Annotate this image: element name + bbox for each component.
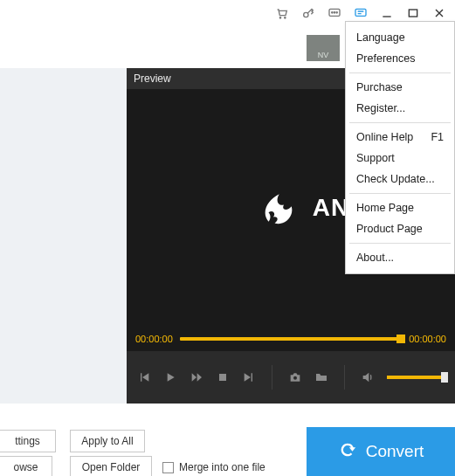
menu-item-home-page[interactable]: Home Page: [346, 197, 454, 218]
menu-item-register[interactable]: Register...: [346, 98, 454, 119]
menu-item-preferences[interactable]: Preferences: [346, 48, 454, 69]
svg-point-5: [334, 12, 334, 13]
svg-point-2: [304, 12, 308, 17]
menu-item-product-page[interactable]: Product Page: [346, 218, 454, 239]
duration: 00:00:00: [409, 334, 446, 344]
current-time: 00:00:00: [135, 334, 173, 344]
convert-button[interactable]: Convert: [307, 427, 455, 476]
svg-point-4: [332, 12, 333, 13]
message-icon[interactable]: [327, 6, 341, 20]
svg-point-10: [293, 376, 297, 380]
browse-button[interactable]: owse: [0, 456, 52, 476]
next-icon[interactable]: [242, 369, 256, 385]
divider: [272, 365, 272, 390]
menu-item-purchase[interactable]: Purchase: [346, 77, 454, 98]
menu-separator: [349, 72, 451, 73]
flame-icon: [253, 183, 302, 232]
file-list-panel: [0, 68, 127, 404]
svg-point-0: [279, 17, 280, 18]
svg-rect-8: [409, 10, 417, 17]
menu-item-about[interactable]: About...: [346, 247, 454, 268]
menu-item-online-help[interactable]: Online HelpF1: [346, 127, 454, 148]
menu-separator: [349, 122, 451, 123]
menu-item-language[interactable]: Language: [346, 27, 454, 48]
svg-point-6: [336, 12, 337, 13]
settings-button[interactable]: ttings: [0, 430, 56, 452]
menu-separator: [349, 193, 451, 194]
prev-icon[interactable]: [137, 369, 151, 385]
bottom-area: ttings Apply to All owse Open Folder Mer…: [0, 414, 455, 476]
merge-checkbox[interactable]: [162, 462, 174, 473]
apply-to-all-button[interactable]: Apply to All: [70, 430, 145, 452]
time-row: 00:00:00 00:00:00: [127, 327, 455, 351]
convert-icon: [338, 440, 357, 464]
volume-icon[interactable]: [361, 369, 375, 385]
folder-icon[interactable]: [314, 369, 328, 385]
nvidia-badge: NV: [307, 35, 340, 61]
play-icon[interactable]: [163, 369, 177, 385]
main-menu: Language Preferences Purchase Register..…: [345, 21, 455, 274]
merge-label[interactable]: Merge into one file: [179, 461, 265, 473]
control-bar: [127, 351, 455, 404]
convert-label: Convert: [366, 442, 424, 461]
cart-icon[interactable]: [275, 6, 289, 20]
stop-icon[interactable]: [216, 369, 230, 385]
menu-dropdown-icon[interactable]: [354, 6, 368, 20]
menu-separator: [349, 243, 451, 244]
svg-point-1: [285, 17, 286, 18]
close-icon[interactable]: [432, 6, 446, 20]
seek-slider[interactable]: [180, 337, 402, 341]
menu-item-support[interactable]: Support: [346, 148, 454, 169]
divider: [344, 365, 345, 390]
snapshot-icon[interactable]: [288, 369, 302, 385]
svg-rect-9: [219, 374, 226, 381]
minimize-icon[interactable]: [380, 6, 394, 20]
fast-forward-icon[interactable]: [190, 369, 203, 385]
svg-rect-7: [355, 9, 366, 16]
open-folder-button[interactable]: Open Folder: [70, 456, 152, 476]
maximize-icon[interactable]: [406, 6, 420, 20]
volume-slider[interactable]: [387, 376, 445, 379]
key-icon[interactable]: [301, 6, 315, 20]
menu-item-check-update[interactable]: Check Update...: [346, 169, 454, 190]
merge-wrap: Merge into one file: [162, 456, 265, 476]
